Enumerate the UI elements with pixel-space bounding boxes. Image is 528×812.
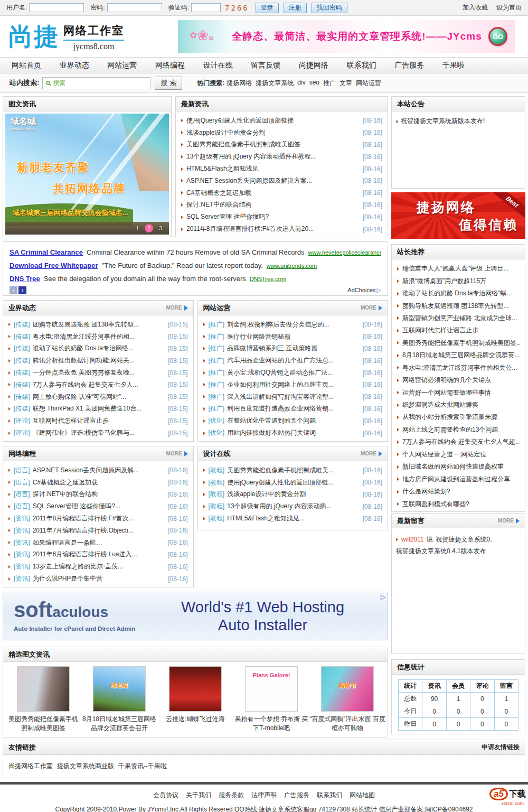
news-item[interactable]: [传媒] 7万人参与在线约会 赶集交友七夕人... [08-15]	[8, 379, 188, 391]
adchoices-link[interactable]: AdChoices ▷	[347, 287, 381, 294]
captcha-input[interactable]	[191, 3, 221, 12]
ads-prev-button[interactable]: ‹	[10, 286, 17, 294]
featured-thumbnail[interactable]: Plans Galore!	[245, 666, 298, 712]
header-banner-ad[interactable]: ✿❀✿ 全静态、最简洁、最实用的文章管理系统!——JYcms GO	[178, 20, 515, 53]
news-item[interactable]: SQL Server管理 这些你懂吗? [08-16]	[181, 211, 382, 223]
news-item[interactable]: [资讯] 13岁走上编程之路的比尔·盖茨... [08-16]	[8, 561, 188, 573]
hot-search-link[interactable]: seo	[309, 79, 319, 88]
footer-link[interactable]: 服务条款	[219, 791, 244, 800]
recommend-item[interactable]: 网络营销必须明确的几个关键点	[397, 374, 520, 386]
search-input[interactable]: 搜索	[42, 77, 150, 89]
news-item[interactable]: [评论] 《建网伟业》评选:模仿帝马化腾与... [08-15]	[8, 427, 188, 439]
recommend-item[interactable]: 运营好一个网站需要做哪些事情	[397, 386, 520, 398]
nav-item[interactable]: 设计在线	[203, 61, 233, 70]
news-item[interactable]: [语言] 探讨.NET中的联合结构 [08-16]	[8, 489, 188, 501]
news-item[interactable]: [语言] C#基础概念之延迟加载 [08-16]	[8, 477, 188, 489]
recommend-item[interactable]: 织梦漏洞造成大批网站瘫痪	[397, 399, 520, 411]
featured-caption[interactable]: 云推送:蝴蝶飞过沧海	[157, 715, 233, 724]
recommend-item[interactable]: 瑞信重申人人“跑赢大盘”评级 上调目...	[397, 263, 520, 275]
ad-url-link[interactable]: DNSTree.com	[250, 276, 286, 282]
ad-url-link[interactable]: www.unitrends.com	[267, 263, 317, 269]
operation-more-link[interactable]: MORE	[361, 305, 382, 311]
news-item[interactable]: 使用jQuery创建人性化的返回顶部链接 [08-16]	[181, 115, 382, 127]
recommend-item[interactable]: 谁动了站长的奶酪 Dns.la专治网络“蜗...	[397, 287, 520, 300]
recommend-item[interactable]: 粤水电:澄清黑龙江绥芬河事件的相关公...	[397, 362, 520, 374]
footer-link[interactable]: 广告服务	[284, 791, 309, 800]
featured-caption[interactable]: 果粉有一个梦想:乔布斯 买下T-mobile吧	[233, 715, 309, 733]
recommend-item[interactable]: 网站上线之前需要检查的13个问题	[397, 424, 520, 436]
register-button[interactable]: 注册	[284, 3, 307, 13]
recommend-item[interactable]: 新旧域名做的网站如何快速提高权重	[397, 461, 520, 473]
apply-friend-link[interactable]: 申请友情链接	[482, 743, 520, 752]
featured-caption[interactable]: 美图秀秀能把低像素手机 照制成唯美图签	[5, 715, 81, 733]
notice-item[interactable]: 祝贺捷扬文章系统新版本发布!	[396, 117, 521, 126]
adchoices-icon[interactable]: ▷	[381, 593, 385, 601]
slide-page-dot[interactable]: 1	[133, 224, 142, 232]
nav-item[interactable]: 网络编程	[155, 61, 185, 70]
recommend-item[interactable]: 美图秀秀能把低像素手机照制成唯美图签...	[397, 337, 520, 349]
messages-more-link[interactable]: MORE	[498, 518, 520, 524]
news-item[interactable]: [语言] SQL Server管理 这些你懂吗?... [08-16]	[8, 500, 188, 512]
ad-title-link[interactable]: SA Criminal Clearance	[10, 248, 83, 256]
hot-search-link[interactable]: 捷扬网络	[227, 79, 252, 88]
set-homepage-link[interactable]: 设为首页	[496, 3, 522, 12]
news-item[interactable]: [推广] 刘金鸽:权衡利弊后去做分类信息的... [08-16]	[203, 319, 383, 331]
news-item[interactable]: [传媒] 团购导航发展遇瓶颈 团138率先转型... [08-15]	[8, 319, 188, 331]
recommend-item[interactable]: 互联网时代怎样让谣言止步	[397, 324, 520, 337]
footer-link[interactable]: 关于我们	[186, 791, 211, 800]
industry-more-link[interactable]: MORE	[166, 305, 188, 311]
featured-caption[interactable]: 8月18日域名城第三届网络 品牌交流群英会召开	[81, 715, 157, 733]
hot-search-link[interactable]: 推广	[323, 79, 336, 88]
nav-item[interactable]: 网站首页	[12, 61, 41, 70]
ad-title-link[interactable]: Download Free Whitepaper	[10, 262, 98, 269]
news-item[interactable]: [资讯] 如果编程语言是一条船… [08-16]	[8, 537, 188, 549]
password-input[interactable]	[107, 3, 162, 12]
hot-search-link[interactable]: 文章	[340, 79, 352, 88]
slide-page-dot[interactable]: 3	[156, 224, 165, 232]
hot-search-link[interactable]: 网站运营	[356, 79, 381, 88]
nav-item[interactable]: 千果啦	[442, 61, 465, 70]
footer-link[interactable]: 联系我们	[317, 791, 342, 800]
footer-link[interactable]: 会员协议	[153, 791, 178, 800]
news-item[interactable]: [推广] 医疗行业网络营销秘籍 [08-16]	[203, 331, 383, 343]
footer-link[interactable]: 网站地图	[350, 791, 375, 800]
friend-link[interactable]: 尚捷网络工作室	[8, 762, 53, 771]
news-item[interactable]: [资讯] 为什么说PHP是个集中营 [08-16]	[8, 573, 188, 585]
news-item[interactable]: [语言] ASP.NET Session丢失问题原因及解... [08-16]	[8, 464, 188, 477]
news-item[interactable]: [资讯] 2011年8月编程语言排行榜:F#首次... [08-16]	[8, 512, 188, 525]
nav-item[interactable]: 网站运营	[107, 61, 137, 70]
nav-item[interactable]: 业界动态	[60, 61, 89, 70]
news-item[interactable]: [教程] 使用jQuery创建人性化的返回顶部链... [08-16]	[203, 477, 383, 489]
text-ad[interactable]: DNS Tree See the delegation of you domai…	[10, 272, 381, 285]
ad-url-link[interactable]: www.nevetecpoliceclearance.co.z	[308, 249, 381, 256]
design-more-link[interactable]: MORE	[361, 451, 382, 456]
news-item[interactable]: [推广] 黄小宝:浅析QQ营销之群动态推广法... [08-16]	[203, 367, 383, 379]
news-item[interactable]: 美图秀秀能把低像素手机照制成唯美图签 [08-16]	[181, 139, 382, 151]
recommend-item[interactable]: 新型营销为创意产业铺路 北京成为全球...	[397, 312, 520, 324]
news-item[interactable]: [传媒] 一分钟点亮夜色 美图秀秀修复夜晚... [08-15]	[8, 367, 188, 379]
add-favorite-link[interactable]: 加入收藏	[463, 3, 488, 12]
news-item[interactable]: [推广] 企业如何利用社交网络上的品牌主页... [08-16]	[203, 379, 383, 391]
hot-search-link[interactable]: div	[297, 79, 305, 88]
news-item[interactable]: [传媒] 粤水电:澄清黑龙江绥芬河事件的相... [08-15]	[8, 331, 188, 343]
ad-title-link[interactable]: DNS Tree	[10, 275, 40, 283]
featured-thumbnail[interactable]: 域名城	[93, 666, 146, 712]
news-item[interactable]: [推广] 品牌微博营销系列三:互动策略篇 [08-16]	[203, 343, 383, 355]
news-item[interactable]: 浅谈apple设计中的黄金分割 [08-16]	[181, 127, 382, 139]
news-item[interactable]: [教程] 美图秀秀能把低像素手机照制成唯美... [08-16]	[203, 464, 383, 477]
text-ad[interactable]: Download Free Whitepaper "The Future of …	[10, 259, 381, 272]
featured-thumbnail[interactable]: 购物节	[321, 666, 374, 712]
recommend-item[interactable]: 7万人参与在线约会 赶集交友七夕人气超...	[397, 436, 520, 448]
news-item[interactable]: 2011年8月编程语言排行榜:F#首次进入前20... [08-16]	[181, 223, 382, 235]
news-item[interactable]: [教程] 浅谈apple设计中的黄金分割 [08-16]	[203, 489, 383, 501]
news-item[interactable]: ASP.NET Session丢失问题原因及解决方案... [08-16]	[181, 175, 382, 187]
slide-page-dot[interactable]: 2	[145, 224, 153, 232]
news-item[interactable]: [资讯] 2011年6月编程语言排行榜 Lua进入... [08-16]	[8, 549, 188, 561]
banner-go-button[interactable]: GO	[488, 27, 507, 46]
featured-thumbnail[interactable]	[169, 666, 222, 712]
recommend-item[interactable]: 团购导航发展遇瓶颈 团138率先转型...	[397, 300, 520, 312]
message-item[interactable]: will2011 说 祝贺捷扬文章系统0. 祝贺捷扬文章系统0.4.1版本发布	[392, 528, 525, 562]
news-item[interactable]: 13个超级有用的 jQuery 内容滚动插件和教程... [08-16]	[181, 151, 382, 163]
news-item[interactable]: [传媒] 谁动了站长的奶酪 Dns.la专治网络... [08-15]	[8, 343, 188, 355]
recommend-item[interactable]: 8月18日域名城第三届网络品牌交流群英...	[397, 349, 520, 361]
